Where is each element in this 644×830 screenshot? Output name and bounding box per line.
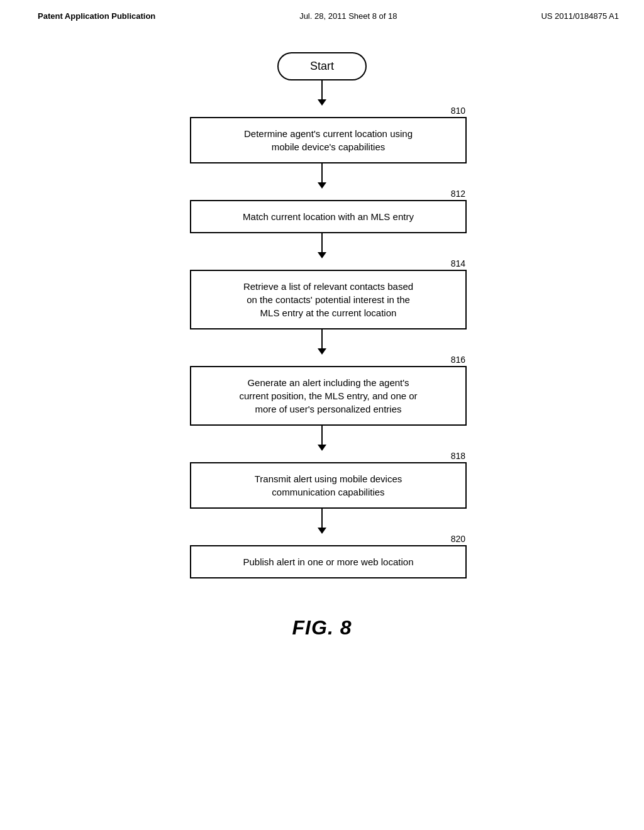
step-820-number: 820 [451, 534, 467, 544]
step-810-wrapper: 810 Determine agent's current location u… [177, 106, 467, 163]
step-820-box: Publish alert in one or more web locatio… [190, 545, 467, 578]
step-814-wrapper: 814 Retrieve a list of relevant contacts… [177, 258, 467, 329]
date-sheet-label: Jul. 28, 2011 Sheet 8 of 18 [299, 11, 397, 21]
publication-label: Patent Application Publication [38, 11, 155, 21]
flowchart-diagram: Start 810 Determine agent's current loca… [0, 27, 644, 578]
step-816-number: 816 [451, 355, 467, 365]
arrow-1 [318, 80, 326, 106]
arrow-3 [318, 233, 326, 258]
step-818-number: 818 [451, 451, 467, 461]
figure-label: FIG. 8 [0, 616, 644, 639]
arrow-6 [318, 509, 326, 534]
arrow-5 [318, 426, 326, 451]
step-818-box: Transmit alert using mobile devicescommu… [190, 462, 467, 509]
step-818-wrapper: 818 Transmit alert using mobile devicesc… [177, 451, 467, 509]
arrow-2 [318, 163, 326, 189]
page-header: Patent Application Publication Jul. 28, … [0, 0, 644, 27]
step-810-box: Determine agent's current location using… [190, 117, 467, 163]
step-810-number: 810 [451, 106, 467, 116]
start-node: Start [277, 52, 367, 80]
step-820-wrapper: 820 Publish alert in one or more web loc… [177, 534, 467, 578]
step-816-wrapper: 816 Generate an alert including the agen… [177, 355, 467, 426]
arrow-4 [318, 329, 326, 355]
step-812-box: Match current location with an MLS entry [190, 200, 467, 233]
step-816-box: Generate an alert including the agent'sc… [190, 366, 467, 426]
step-812-wrapper: 812 Match current location with an MLS e… [177, 189, 467, 233]
patent-number-label: US 2011/0184875 A1 [541, 11, 619, 21]
step-812-number: 812 [451, 189, 467, 199]
step-814-number: 814 [451, 258, 467, 268]
step-814-box: Retrieve a list of relevant contacts bas… [190, 270, 467, 329]
